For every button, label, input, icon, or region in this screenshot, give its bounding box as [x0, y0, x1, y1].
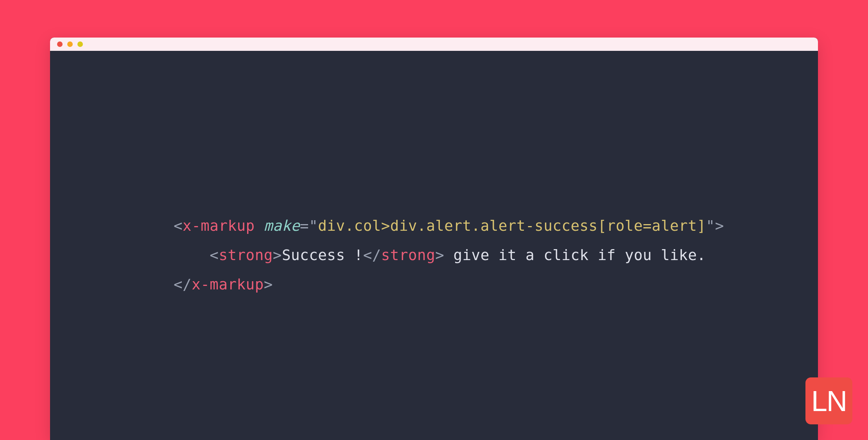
attr-value: div.col>div.alert.alert-success[role=ale…: [318, 217, 706, 234]
window-titlebar: [50, 38, 818, 51]
tag-name: x-markup: [183, 217, 255, 234]
text-content: Success !: [282, 246, 363, 264]
close-icon[interactable]: [57, 41, 63, 47]
code-line-3: </x-markup>: [174, 270, 818, 299]
angle-open: <: [174, 217, 183, 234]
equals-sign: =: [300, 217, 309, 234]
angle-close: >: [264, 276, 273, 293]
code-editor: <x-markup make="div.col>div.alert.alert-…: [50, 51, 818, 299]
editor-window: <x-markup make="div.col>div.alert.alert-…: [50, 38, 818, 440]
tag-name: x-markup: [192, 276, 264, 293]
tag-name: strong: [381, 246, 435, 264]
angle-close: >: [435, 246, 444, 264]
brand-logo: LN: [805, 377, 852, 424]
code-line-1: <x-markup make="div.col>div.alert.alert-…: [174, 211, 818, 241]
quote-open: ": [309, 217, 318, 234]
logo-text: LN: [811, 384, 847, 418]
text-content: give it a click if you like.: [444, 246, 706, 264]
attr-name: make: [264, 217, 300, 234]
quote-close: ": [706, 217, 715, 234]
angle-open: <: [210, 246, 219, 264]
minimize-icon[interactable]: [67, 41, 73, 47]
code-line-2: <strong>Success !</strong> give it a cli…: [174, 241, 818, 270]
angle-open-slash: </: [363, 246, 381, 264]
angle-close: >: [715, 217, 724, 234]
angle-open-slash: </: [174, 276, 192, 293]
angle-close: >: [273, 246, 282, 264]
tag-name: strong: [219, 246, 273, 264]
zoom-icon[interactable]: [77, 41, 83, 47]
